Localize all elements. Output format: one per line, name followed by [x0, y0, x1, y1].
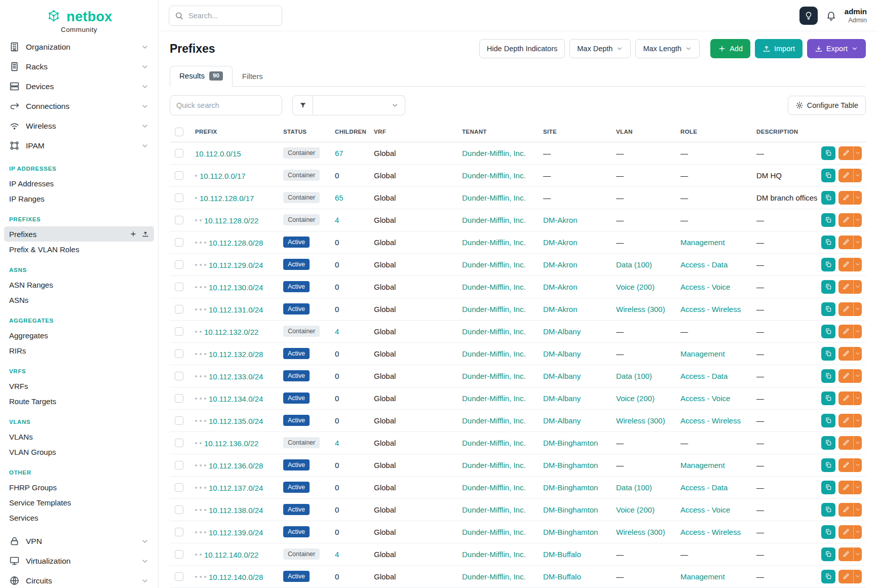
vlan-link[interactable]: Data (100) [616, 372, 652, 380]
children-count-link[interactable]: 65 [335, 193, 343, 202]
row-checkbox[interactable] [175, 327, 183, 336]
clone-button[interactable] [821, 169, 835, 182]
edit-dropdown-button[interactable] [853, 280, 862, 294]
edit-dropdown-button[interactable] [853, 436, 862, 450]
clone-button[interactable] [821, 347, 835, 361]
clone-button[interactable] [821, 191, 835, 205]
site-link[interactable]: DM-Albany [543, 416, 581, 425]
prefix-link[interactable]: 10.112.136.0/22 [204, 439, 258, 447]
brand-link[interactable]: netbox Community [0, 0, 158, 37]
row-checkbox[interactable] [175, 394, 183, 403]
sidebar-item-vlan-groups[interactable]: VLAN Groups [4, 444, 154, 459]
prefix-link[interactable]: 10.112.139.0/24 [209, 528, 263, 536]
clone-button[interactable] [821, 547, 835, 561]
prefix-link[interactable]: 10.112.0.0/15 [195, 149, 241, 158]
clone-button[interactable] [821, 369, 835, 383]
edit-button[interactable] [838, 258, 853, 271]
column-header-tenant[interactable]: TENANT [458, 122, 539, 142]
row-checkbox[interactable] [175, 416, 183, 425]
edit-button[interactable] [838, 503, 853, 517]
row-checkbox[interactable] [175, 283, 183, 291]
import-button[interactable]: Import [755, 39, 803, 58]
tenant-link[interactable]: Dunder-Mifflin, Inc. [462, 528, 526, 536]
site-link[interactable]: DM-Binghamton [543, 461, 598, 469]
user-menu[interactable]: admin Admin [845, 7, 867, 24]
role-link[interactable]: Management [680, 461, 725, 469]
clone-button[interactable] [821, 436, 835, 450]
quick-search-input[interactable] [170, 95, 282, 115]
edit-button[interactable] [838, 302, 853, 316]
tenant-link[interactable]: Dunder-Mifflin, Inc. [462, 305, 526, 313]
row-checkbox[interactable] [175, 171, 183, 180]
prefix-link[interactable]: 10.112.129.0/24 [209, 260, 263, 269]
prefix-link[interactable]: 10.112.128.0/28 [209, 238, 263, 247]
edit-button[interactable] [838, 146, 853, 160]
clone-button[interactable] [821, 236, 835, 249]
sidebar-item-fhrp-groups[interactable]: FHRP Groups [4, 480, 154, 495]
sidebar-item-ip-ranges[interactable]: IP Ranges [4, 191, 154, 206]
site-link[interactable]: DM-Akron [543, 260, 578, 269]
edit-dropdown-button[interactable] [853, 570, 862, 583]
role-link[interactable]: Management [680, 349, 725, 358]
tenant-link[interactable]: Dunder-Mifflin, Inc. [462, 572, 526, 581]
prefix-link[interactable]: 10.112.134.0/24 [209, 394, 263, 403]
edit-button[interactable] [838, 325, 853, 338]
edit-button[interactable] [838, 547, 853, 561]
sidebar-item-vrfs[interactable]: VRFs [4, 378, 154, 394]
edit-dropdown-button[interactable] [853, 547, 862, 561]
site-link[interactable]: DM-Akron [543, 238, 578, 247]
site-link[interactable]: DM-Albany [543, 327, 581, 336]
site-link[interactable]: DM-Albany [543, 372, 581, 380]
edit-button[interactable] [838, 525, 853, 539]
tenant-link[interactable]: Dunder-Mifflin, Inc. [462, 461, 526, 469]
prefix-link[interactable]: 10.112.131.0/24 [209, 305, 263, 313]
row-checkbox[interactable] [175, 149, 183, 158]
site-link[interactable]: DM-Buffalo [543, 572, 581, 581]
prefix-link[interactable]: 10.112.135.0/24 [209, 416, 263, 425]
column-header-children[interactable]: CHILDREN [331, 122, 370, 142]
row-checkbox[interactable] [175, 461, 183, 469]
row-checkbox[interactable] [175, 193, 183, 202]
tenant-link[interactable]: Dunder-Mifflin, Inc. [462, 149, 526, 158]
prefix-link[interactable]: 10.112.132.0/22 [204, 327, 258, 336]
prefix-link[interactable]: 10.112.130.0/24 [209, 283, 263, 291]
clone-button[interactable] [821, 258, 835, 271]
children-count-link[interactable]: 4 [335, 216, 339, 224]
row-checkbox[interactable] [175, 505, 183, 514]
tab-results[interactable]: Results 90 [170, 66, 233, 87]
tab-filters[interactable]: Filters [233, 66, 273, 87]
edit-dropdown-button[interactable] [853, 258, 862, 271]
sidebar-item-racks[interactable]: Racks [0, 57, 158, 76]
tenant-link[interactable]: Dunder-Mifflin, Inc. [462, 483, 526, 492]
sidebar-item-devices[interactable]: Devices [0, 76, 158, 96]
edit-dropdown-button[interactable] [853, 302, 862, 316]
row-checkbox[interactable] [175, 550, 183, 559]
row-checkbox[interactable] [175, 372, 183, 380]
hide-depth-indicators-button[interactable]: Hide Depth Indicators [479, 39, 565, 58]
edit-dropdown-button[interactable] [853, 146, 862, 160]
edit-dropdown-button[interactable] [853, 414, 862, 427]
row-checkbox[interactable] [175, 528, 183, 536]
column-header-role[interactable]: ROLE [676, 122, 752, 142]
role-link[interactable]: Access - Data [680, 260, 728, 269]
sidebar-item-aggregates[interactable]: Aggregates [4, 328, 154, 343]
edit-dropdown-button[interactable] [853, 325, 862, 338]
row-checkbox[interactable] [175, 439, 183, 447]
role-link[interactable]: Access - Wireless [680, 528, 741, 536]
max-depth-dropdown[interactable]: Max Depth [569, 39, 631, 58]
vlan-link[interactable]: Voice (200) [616, 283, 655, 291]
max-length-dropdown[interactable]: Max Length [635, 39, 700, 58]
role-link[interactable]: Management [680, 572, 725, 581]
clone-button[interactable] [821, 481, 835, 494]
notifications-button[interactable] [826, 10, 836, 21]
row-checkbox[interactable] [175, 238, 183, 247]
tenant-link[interactable]: Dunder-Mifflin, Inc. [462, 416, 526, 425]
edit-button[interactable] [838, 369, 853, 383]
role-link[interactable]: Access - Wireless [680, 305, 741, 313]
clone-button[interactable] [821, 503, 835, 517]
children-count-link[interactable]: 4 [335, 550, 339, 559]
column-header-description[interactable]: DESCRIPTION [752, 122, 817, 142]
clone-button[interactable] [821, 570, 835, 583]
tenant-link[interactable]: Dunder-Mifflin, Inc. [462, 550, 526, 559]
sidebar-item-vpn[interactable]: VPN [0, 531, 158, 551]
